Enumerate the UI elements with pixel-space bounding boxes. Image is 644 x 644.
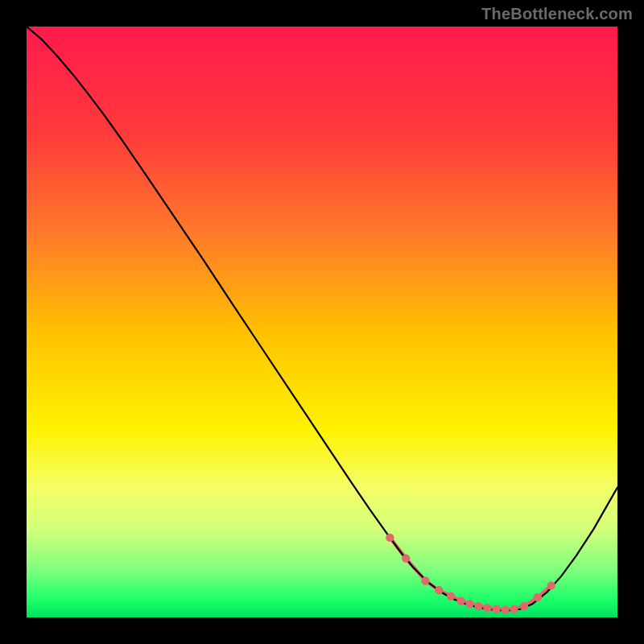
marker-dot [402,554,410,562]
marker-dot [510,605,518,613]
marker-dot [520,602,528,610]
stage: TheBottleneck.com [0,0,644,644]
marker-dot [492,605,500,613]
marker-dot [456,597,464,605]
marker-dot [501,605,509,613]
marker-dot [435,586,443,594]
marker-dot [465,600,473,608]
gradient-background [27,27,617,617]
watermark-text: TheBottleneck.com [481,5,633,23]
plot-area [27,27,617,617]
marker-dot [547,581,555,589]
marker-dot [447,592,455,600]
marker-dot [483,604,491,612]
marker-dot [386,534,394,542]
marker-dot [421,576,429,584]
marker-dot [474,602,482,610]
marker-dot [534,593,542,601]
chart-svg [27,27,617,617]
